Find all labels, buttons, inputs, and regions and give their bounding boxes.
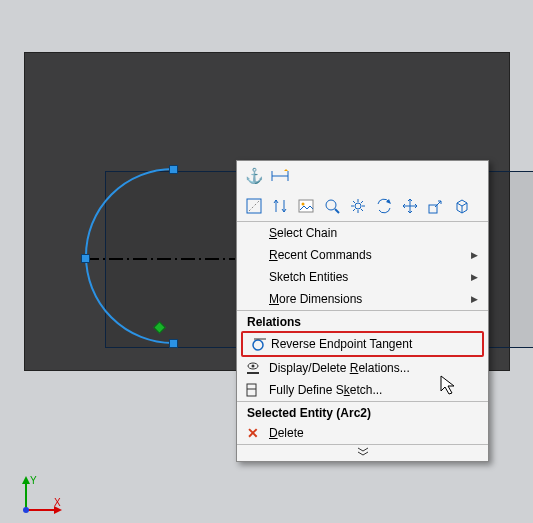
replace-icon[interactable] xyxy=(375,197,393,215)
svg-line-8 xyxy=(335,209,339,213)
svg-rect-17 xyxy=(247,384,256,396)
scale-icon[interactable] xyxy=(427,197,445,215)
menu-item-recent-commands[interactable]: Recent Commands ▶ xyxy=(237,244,488,266)
context-toolbar-row-2 xyxy=(237,191,488,222)
svg-point-24 xyxy=(23,507,29,513)
axis-x-label: X xyxy=(54,497,61,508)
svg-point-6 xyxy=(302,203,305,206)
axis-triad: Y X xyxy=(18,474,68,521)
menu-item-display-delete-relations[interactable]: Display/Delete Relations... xyxy=(237,357,488,379)
svg-marker-21 xyxy=(22,476,30,484)
box-icon[interactable] xyxy=(453,197,471,215)
submenu-arrow-icon: ▶ xyxy=(471,250,478,260)
anchor-icon[interactable]: ⚓ xyxy=(245,167,263,185)
delete-x-icon: ✕ xyxy=(245,425,261,441)
submenu-arrow-icon: ▶ xyxy=(471,272,478,282)
relations-eye-icon xyxy=(245,360,261,376)
section-header-selected-entity: Selected Entity (Arc2) xyxy=(237,401,488,422)
menu-label: Recent Commands xyxy=(269,248,372,262)
svg-point-12 xyxy=(253,340,263,350)
menu-item-reverse-endpoint-tangent[interactable]: Reverse Endpoint Tangent xyxy=(243,333,482,355)
axis-y-label: Y xyxy=(30,475,37,486)
svg-point-7 xyxy=(326,200,336,210)
picture-icon[interactable] xyxy=(297,197,315,215)
menu-label: Sketch Entities xyxy=(269,270,348,284)
svg-point-16 xyxy=(252,365,255,368)
expand-menu-chevron[interactable] xyxy=(237,444,488,461)
tangent-icon xyxy=(251,336,267,352)
menu-label: Delete xyxy=(269,426,304,440)
menu-item-select-chain[interactable]: Select Chain xyxy=(237,222,488,244)
section-header-relations: Relations xyxy=(237,310,488,331)
menu-label: Display/Delete Relations... xyxy=(269,361,410,375)
construction-geometry-icon[interactable] xyxy=(245,197,263,215)
settings-icon[interactable] xyxy=(349,197,367,215)
submenu-arrow-icon: ▶ xyxy=(471,294,478,304)
context-toolbar-row-1: ⚓ xyxy=(237,161,488,191)
menu-label: Fully Define Sketch... xyxy=(269,383,382,397)
menu-item-fully-define-sketch[interactable]: Fully Define Sketch... xyxy=(237,379,488,401)
dimension-icon[interactable] xyxy=(271,167,289,185)
svg-rect-5 xyxy=(299,200,313,212)
centerline xyxy=(85,258,235,260)
menu-item-more-dimensions[interactable]: More Dimensions ▶ xyxy=(237,288,488,310)
fully-define-icon xyxy=(245,382,261,398)
menu-label: Select Chain xyxy=(269,226,337,240)
endpoint-handle-top[interactable] xyxy=(169,165,178,174)
endpoint-handle-bottom[interactable] xyxy=(169,339,178,348)
arc2-sketch-curve[interactable] xyxy=(45,113,245,313)
highlighted-menu-item: Reverse Endpoint Tangent xyxy=(241,331,484,357)
swap-icon[interactable] xyxy=(271,197,289,215)
svg-marker-3 xyxy=(284,169,288,171)
move-icon[interactable] xyxy=(401,197,419,215)
menu-label: More Dimensions xyxy=(269,292,362,306)
menu-item-delete[interactable]: ✕ Delete xyxy=(237,422,488,444)
svg-point-9 xyxy=(355,203,361,209)
endpoint-handle-left[interactable] xyxy=(81,254,90,263)
zoom-fit-icon[interactable] xyxy=(323,197,341,215)
context-menu: ⚓ Select Chain Recent Commands ▶ Sketch … xyxy=(236,160,489,462)
menu-label: Reverse Endpoint Tangent xyxy=(271,337,412,351)
menu-item-sketch-entities[interactable]: Sketch Entities ▶ xyxy=(237,266,488,288)
